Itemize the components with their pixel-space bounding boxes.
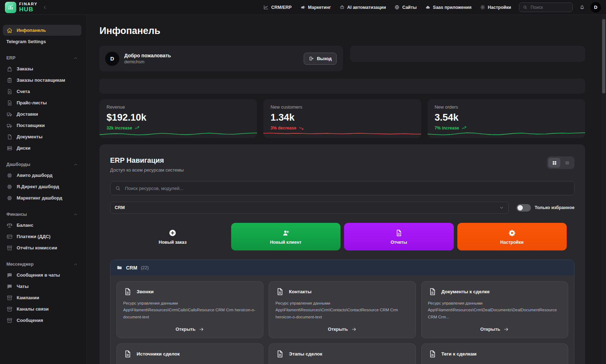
stat-value: $192.10k xyxy=(107,112,250,123)
resource-group-name: CRM xyxy=(126,265,137,271)
cpu-icon xyxy=(6,195,13,201)
resource-description: Ресурс управления данными App\Filament\R… xyxy=(123,300,257,320)
resource-open-link[interactable]: Открыть xyxy=(275,327,409,332)
resource-search-input[interactable] xyxy=(124,185,570,191)
chevron-up-icon xyxy=(73,162,78,167)
list-view-button[interactable] xyxy=(561,158,573,168)
sidebar-item[interactable]: Авито дашборд xyxy=(3,170,81,181)
resource-open-link[interactable]: Открыть xyxy=(123,327,257,332)
archive-icon xyxy=(6,317,13,324)
list-icon xyxy=(565,160,570,166)
resource-title: Звонки xyxy=(137,289,154,294)
sidebar-item[interactable]: Кампании xyxy=(3,292,81,303)
sidebar-item[interactable]: Сообщения в чаты xyxy=(3,270,81,281)
favorites-toggle[interactable] xyxy=(516,204,531,212)
topbar-search[interactable] xyxy=(519,2,573,12)
home-icon xyxy=(6,27,13,34)
sidebar-item[interactable]: Доставки xyxy=(3,109,81,120)
top-nav-item-sites[interactable]: Сайты xyxy=(394,5,417,10)
window-scrollbar-thumb[interactable] xyxy=(602,19,605,93)
grid-icon xyxy=(552,160,557,166)
sidebar-item[interactable]: Каналы связи xyxy=(3,304,81,314)
chevron-down-icon xyxy=(499,205,504,210)
resource-card[interactable]: Теги к сделкамРесурс управления данными … xyxy=(421,343,568,364)
stat-label: New orders xyxy=(435,104,578,110)
action-new-client[interactable]: Новый клиент xyxy=(231,223,341,250)
document-text-icon xyxy=(428,349,437,358)
sidebar-group-header[interactable]: Финансы xyxy=(6,212,78,217)
archive-icon xyxy=(6,245,13,251)
brand-chart-icon xyxy=(5,2,16,13)
top-nav-item-ai-automation[interactable]: AI автоматизации xyxy=(339,5,386,10)
welcome-avatar: D xyxy=(105,52,119,66)
sparkline-chart xyxy=(428,129,585,138)
stat-value: 1.34k xyxy=(270,112,414,123)
resource-search[interactable] xyxy=(110,181,574,195)
sidebar-group-header[interactable]: Мессенджер xyxy=(6,262,78,267)
sidebar-collapse-button[interactable] xyxy=(42,5,47,10)
resource-group: CRM (22) ЗвонкиРесурс управления данными… xyxy=(110,260,574,364)
sidebar-item[interactable]: Я.Директ дашборд xyxy=(3,181,81,192)
top-nav-item-marketing[interactable]: Маркетинг xyxy=(300,5,331,10)
user-avatar[interactable]: D xyxy=(590,2,601,13)
sidebar-item[interactable]: Диски xyxy=(3,143,81,154)
brand-name-bottom: HUB xyxy=(19,6,38,12)
sidebar: ИнфопанельTelegram SettingsERPЗаказыЗака… xyxy=(0,15,87,364)
server-icon xyxy=(6,145,13,151)
erp-nav-subtitle: Доступ ко всем ресурсам системы xyxy=(110,167,184,173)
action-reports[interactable]: Отчеты xyxy=(344,223,454,250)
document-text-icon xyxy=(428,287,437,296)
resource-description: Ресурс управления данными App\Filament\R… xyxy=(428,300,561,320)
sidebar-item[interactable]: Документы xyxy=(3,131,81,142)
brand-logo[interactable]: FINARY HUB xyxy=(5,2,38,13)
sidebar-item[interactable]: Заказы поставщикам xyxy=(3,75,81,86)
erp-nav-title: ERP Навигация xyxy=(110,156,184,164)
sidebar-group-header[interactable]: ERP xyxy=(6,56,78,60)
sidebar-item[interactable]: Заказы xyxy=(3,63,81,74)
favorites-toggle-label: Только избранное xyxy=(534,205,574,210)
top-nav-item-settings[interactable]: Настройки xyxy=(480,5,511,10)
top-widgets-row: D Добро пожаловать demichsm Выход xyxy=(99,46,585,71)
action-new-order[interactable]: Новый заказ xyxy=(118,223,228,250)
grid-view-button[interactable] xyxy=(548,158,560,168)
resource-card[interactable]: Источники сделокРесурс управления данным… xyxy=(116,343,263,364)
topbar: FINARY HUB CRM/ERPМаркетингAI автоматиза… xyxy=(0,0,606,15)
resource-description: Ресурс управления данными xyxy=(123,362,257,364)
resource-group-header[interactable]: CRM (22) xyxy=(110,260,574,275)
sidebar-item[interactable]: Telegram Settings xyxy=(3,36,81,47)
sidebar-item[interactable]: Сообщения xyxy=(3,315,81,326)
sidebar-item[interactable]: $Прайс-листы xyxy=(3,97,81,108)
window-scrollbar[interactable] xyxy=(601,15,606,364)
sidebar-item[interactable]: Отчёты комиссии xyxy=(3,242,81,253)
category-select[interactable]: CRM xyxy=(110,202,509,214)
resource-card[interactable]: КонтактыРесурс управления данными App\Fi… xyxy=(269,281,416,338)
cpu-icon xyxy=(6,172,13,179)
sparkline-chart xyxy=(99,129,257,138)
empty-panel-strip xyxy=(99,79,585,94)
sidebar-group-header[interactable]: Дашборды xyxy=(6,162,78,167)
sidebar-item[interactable]: Маркетинг дашборд xyxy=(3,192,81,203)
sidebar-item[interactable]: Чаты xyxy=(3,281,81,292)
resource-card[interactable]: ЗвонкиРесурс управления данными App\Fila… xyxy=(116,281,263,338)
topbar-search-input[interactable] xyxy=(530,5,569,10)
top-nav-item-saas-apps[interactable]: Saas приложения xyxy=(425,5,471,10)
notifications-bell-icon[interactable] xyxy=(579,4,585,10)
sidebar-item[interactable]: Поставщики xyxy=(3,120,81,131)
resource-title: Этапы сделок xyxy=(289,351,322,357)
resource-card[interactable]: Этапы сделокРесурс управления даннымиОтк… xyxy=(269,343,416,364)
page-title: Инфопанель xyxy=(99,25,585,36)
sidebar-item[interactable]: Инфопанель xyxy=(3,25,81,36)
top-nav-item-crm-erp[interactable]: CRM/ERP xyxy=(263,5,292,10)
megaphone-icon xyxy=(300,5,305,10)
resource-card[interactable]: Документы к сделкеРесурс управления данн… xyxy=(421,281,568,338)
scale-icon xyxy=(6,222,13,229)
resource-open-link[interactable]: Открыть xyxy=(428,327,561,332)
action-settings[interactable]: Настройки xyxy=(457,223,567,250)
logout-button[interactable]: Выход xyxy=(304,53,337,65)
sidebar-item[interactable]: Баланс xyxy=(3,220,81,231)
favorites-toggle-knob xyxy=(518,205,523,210)
stat-card-new-orders: New orders3.54k7% increase xyxy=(428,99,585,138)
quick-actions: Новый заказНовый клиентОтчетыНастройки xyxy=(110,223,574,250)
sidebar-item[interactable]: Счета xyxy=(3,86,81,97)
sidebar-item[interactable]: Платежи (ДДС) xyxy=(3,231,81,242)
